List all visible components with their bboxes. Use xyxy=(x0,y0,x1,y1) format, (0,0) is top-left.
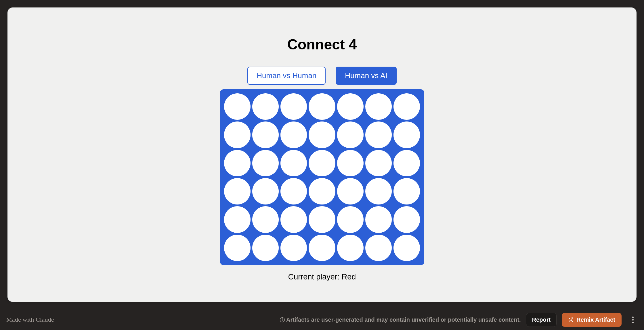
board-cell[interactable] xyxy=(337,178,364,204)
board-cell[interactable] xyxy=(280,150,307,176)
board-cell[interactable] xyxy=(309,178,335,204)
board-cell[interactable] xyxy=(309,93,335,120)
more-menu-button[interactable] xyxy=(628,314,637,325)
board-cell[interactable] xyxy=(280,178,307,204)
board-cell[interactable] xyxy=(337,93,364,120)
disclaimer: Artifacts are user-generated and may con… xyxy=(280,317,521,323)
board-cell[interactable] xyxy=(393,121,420,148)
board-cell[interactable] xyxy=(393,93,420,120)
mode-human-vs-human-button[interactable]: Human vs Human xyxy=(247,67,326,85)
board-cell[interactable] xyxy=(224,235,251,261)
disclaimer-text: Artifacts are user-generated and may con… xyxy=(286,317,521,323)
footer-bar: Made with Claude Artifacts are user-gene… xyxy=(0,309,644,330)
board-cell[interactable] xyxy=(252,121,279,148)
board-cell[interactable] xyxy=(337,235,364,261)
board-cell[interactable] xyxy=(337,150,364,176)
board-cell[interactable] xyxy=(280,235,307,261)
status-player: Red xyxy=(342,273,356,281)
board-cell[interactable] xyxy=(224,121,251,148)
remix-label: Remix Artifact xyxy=(576,317,615,323)
board-cell[interactable] xyxy=(393,178,420,204)
board-cell[interactable] xyxy=(224,150,251,176)
board-cell[interactable] xyxy=(365,121,392,148)
report-button[interactable]: Report xyxy=(526,313,557,327)
board-cell[interactable] xyxy=(280,93,307,120)
board-cell[interactable] xyxy=(337,121,364,148)
board-cell[interactable] xyxy=(337,206,364,233)
footer-actions: Artifacts are user-generated and may con… xyxy=(280,313,637,327)
game-board xyxy=(220,89,424,265)
board-cell[interactable] xyxy=(280,206,307,233)
board-cell[interactable] xyxy=(309,150,335,176)
mode-selector: Human vs Human Human vs AI xyxy=(247,67,396,85)
board-cell[interactable] xyxy=(280,121,307,148)
board-cell[interactable] xyxy=(393,150,420,176)
board-cell[interactable] xyxy=(365,150,392,176)
page-title: Connect 4 xyxy=(287,36,357,53)
content-card: Connect 4 Human vs Human Human vs AI Cur… xyxy=(7,7,637,302)
board-cell[interactable] xyxy=(252,235,279,261)
board-cell[interactable] xyxy=(252,93,279,120)
board-cell[interactable] xyxy=(224,206,251,233)
board-cell[interactable] xyxy=(252,206,279,233)
board-cell[interactable] xyxy=(309,121,335,148)
info-icon xyxy=(280,317,285,323)
remix-artifact-button[interactable]: Remix Artifact xyxy=(562,313,622,327)
status-text: Current player: Red xyxy=(288,273,356,281)
board-cell[interactable] xyxy=(224,93,251,120)
board-cell[interactable] xyxy=(365,206,392,233)
made-with-label[interactable]: Made with Claude xyxy=(6,316,54,323)
board-cell[interactable] xyxy=(393,235,420,261)
board-cell[interactable] xyxy=(224,178,251,204)
board-cell[interactable] xyxy=(252,178,279,204)
board-cell[interactable] xyxy=(309,235,335,261)
shuffle-icon xyxy=(568,317,574,323)
board-cell[interactable] xyxy=(365,178,392,204)
status-prefix: Current player: xyxy=(288,273,342,281)
board-cell[interactable] xyxy=(365,93,392,120)
app-frame: Connect 4 Human vs Human Human vs AI Cur… xyxy=(0,0,644,330)
board-cell[interactable] xyxy=(393,206,420,233)
board-cell[interactable] xyxy=(365,235,392,261)
mode-human-vs-ai-button[interactable]: Human vs AI xyxy=(336,67,396,85)
svg-point-2 xyxy=(282,319,282,319)
board-cell[interactable] xyxy=(309,206,335,233)
board-cell[interactable] xyxy=(252,150,279,176)
